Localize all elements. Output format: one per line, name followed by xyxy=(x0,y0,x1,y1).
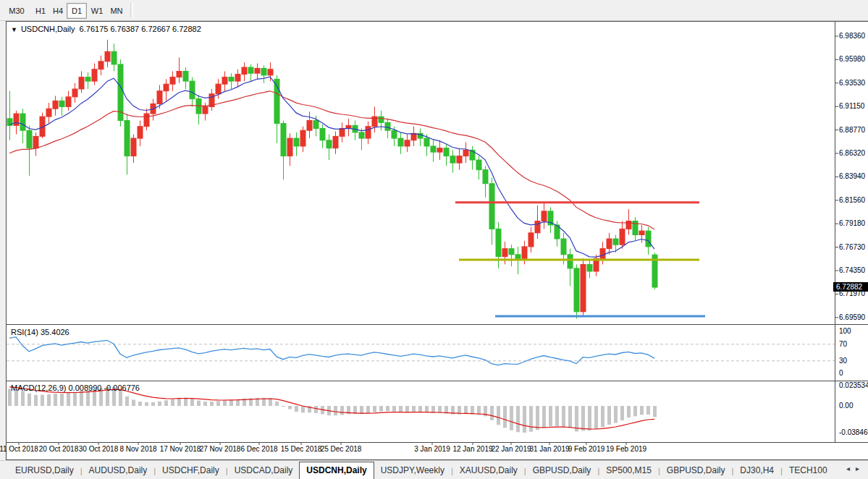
current-price-tag: 6.72882 xyxy=(833,282,868,292)
date-tick-label: 27 Nov 2018 xyxy=(200,445,241,453)
rsi-axis-0: 0 xyxy=(839,369,843,377)
date-tick-label: 11 Oct 2018 xyxy=(0,445,38,453)
date-tick-label: 15 Dec 2018 xyxy=(281,445,322,453)
chart-title: USDCNH,Daily xyxy=(21,25,75,33)
price-tick-label: 6.86320 xyxy=(839,149,865,157)
chart-tab-xauusd-daily[interactable]: XAUUSD,Daily xyxy=(453,462,524,479)
date-tick-label: 22 Jan 2019 xyxy=(491,445,531,453)
macd-signal-value: -0.006776 xyxy=(104,383,140,392)
price-axis-line xyxy=(835,22,835,442)
rsi-value: 35.4026 xyxy=(41,328,69,336)
macd-label-row: MACD(12,26,9) 0.008990 -0.006776 xyxy=(11,383,140,392)
date-tick-label: 19 Feb 2019 xyxy=(606,445,646,453)
price-tick-label: 6.91150 xyxy=(839,102,864,110)
chart-tab-gbpusd-daily[interactable]: GBPUSD,Daily xyxy=(660,462,732,479)
chart-tab-audusd-daily[interactable]: AUDUSD,Daily xyxy=(83,462,154,479)
date-tick-label: 20 Oct 2018 xyxy=(39,445,78,453)
macd-axis-max: 0.023534 xyxy=(839,381,868,389)
chart-ohlc-values: 6.76175 6.76387 6.72667 6.72882 xyxy=(80,25,201,33)
macd-axis-zero: 0.00 xyxy=(839,402,853,410)
rsi-axis-70: 70 xyxy=(839,340,847,348)
mt4-window: M30 H1 H4 D1 W1 MN ▼USDCNH,Daily 6.76175… xyxy=(0,0,868,479)
tab-scroll-arrows[interactable]: ◂▸ xyxy=(846,465,865,472)
tab-scroll-left-icon[interactable]: ◂ xyxy=(846,465,856,472)
price-tick-label: 6.93530 xyxy=(839,79,865,87)
timeframe-button-d1[interactable]: D1 xyxy=(67,3,87,19)
chart-title-row: ▼USDCNH,Daily 6.76175 6.76387 6.72667 6.… xyxy=(11,25,201,33)
price-tick-label: 6.81560 xyxy=(839,196,865,204)
date-tick-label: 25 Dec 2018 xyxy=(321,445,362,453)
timeframe-button-w1[interactable]: W1 xyxy=(87,3,107,19)
chart-tab-eurusd-daily[interactable]: EURUSD,Daily xyxy=(9,462,80,479)
rsi-axis-100: 100 xyxy=(839,327,851,335)
macd-main-value: 0.008990 xyxy=(68,383,101,392)
date-tick-label: 12 Jan 2019 xyxy=(452,445,492,453)
price-tick-label: 6.79180 xyxy=(839,219,865,227)
chart-tab-usdcnh-daily[interactable]: USDCNH,Daily xyxy=(299,462,374,479)
date-tick-label: 17 Nov 2018 xyxy=(160,445,201,453)
timeframe-button-m30[interactable]: M30 xyxy=(4,3,29,19)
chart-tab-usdcad-daily[interactable]: USDCAD,Daily xyxy=(228,462,300,479)
rsi-macd-separator[interactable] xyxy=(7,381,868,381)
chart-tab-usdchf-daily[interactable]: USDCHF,Daily xyxy=(156,462,226,479)
chart-tab-usdjpy-weekly[interactable]: USDJPY,Weekly xyxy=(374,462,451,479)
chart-tab-tech100[interactable]: TECH100 xyxy=(783,462,834,479)
date-tick-label: 6 Dec 2018 xyxy=(240,445,277,453)
rsi-axis-30: 30 xyxy=(839,357,847,365)
price-tick-label: 6.88770 xyxy=(839,126,865,134)
date-tick-label: 31 Jan 2019 xyxy=(529,445,569,453)
macd-label: MACD(12,26,9) xyxy=(11,383,66,392)
chart-window: ▼USDCNH,Daily 6.76175 6.76387 6.72667 6.… xyxy=(6,21,868,460)
price-tick-label: 6.98360 xyxy=(839,32,865,40)
tab-scroll-right-icon[interactable]: ▸ xyxy=(856,465,865,472)
chart-tab-gbpusd-daily[interactable]: GBPUSD,Daily xyxy=(526,462,598,479)
chart-tab-bar: EURUSD,Daily|AUDUSD,Daily|USDCHF,Daily|U… xyxy=(0,460,868,479)
date-tick-label: 3 Jan 2019 xyxy=(414,445,450,453)
main-rsi-separator[interactable] xyxy=(7,324,868,325)
macd-axis-min: -0.038466 xyxy=(839,428,868,436)
time-axis-line xyxy=(7,442,868,443)
chart-dropdown-icon[interactable]: ▼ xyxy=(11,26,17,33)
chart-plot[interactable] xyxy=(7,22,868,459)
timeframe-button-mn[interactable]: MN xyxy=(106,3,127,19)
price-tick-label: 6.74350 xyxy=(839,266,865,274)
chart-tab-sp500-m15[interactable]: SP500,M15 xyxy=(599,462,658,479)
toolbar-separator xyxy=(130,3,133,17)
date-tick-label: 30 Oct 2018 xyxy=(79,445,118,453)
price-tick-label: 6.95980 xyxy=(839,55,865,63)
price-tick-label: 6.83940 xyxy=(839,172,865,180)
price-tick-label: 6.69590 xyxy=(839,313,865,321)
rsi-label: RSI(14) xyxy=(11,328,38,336)
timeframe-toolbar: M30 H1 H4 D1 W1 MN xyxy=(0,0,868,21)
date-tick-label: 8 Nov 2018 xyxy=(119,445,156,453)
rsi-label-row: RSI(14) 35.4026 xyxy=(11,328,69,336)
chart-tab-dj30-h4[interactable]: DJ30,H4 xyxy=(733,462,780,479)
timeframe-button-h4[interactable]: H4 xyxy=(48,3,68,19)
date-tick-label: 9 Feb 2019 xyxy=(568,445,605,453)
price-tick-label: 6.76730 xyxy=(839,243,865,251)
